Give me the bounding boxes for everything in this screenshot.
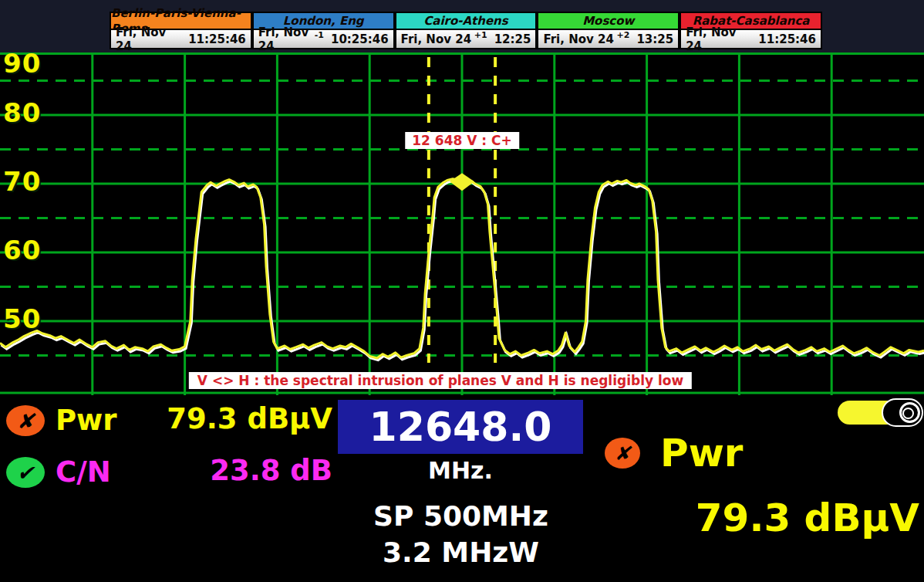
clock-city-label: Cairo-Athens (395, 12, 538, 30)
power-big-value: 79.3 dBµV (632, 496, 919, 540)
clock-panel-london-eng[interactable]: London, EngFri, Nov 24-110:25:46 (252, 12, 395, 49)
timezone-offset: +1 (474, 30, 487, 40)
frequency-value: 12648.0 (369, 404, 552, 450)
timezone-offset: -1 (315, 30, 324, 40)
clock-panel-cairo-athens[interactable]: Cairo-AthensFri, Nov 24+112:25 (395, 12, 538, 49)
clock-panel-berlin-paris-vienna-roma[interactable]: Berlin-Paris-Vienna-RomaFri, Nov 2411:25… (110, 12, 252, 49)
clock-time-row: Fri, Nov 2411:25:46 (110, 30, 252, 49)
measurement-label: C/N (56, 457, 111, 488)
measurement-value: 23.8 dB (135, 455, 332, 486)
spectrum-plot[interactable]: 9080706050 12 648 V : C+ V <> H : the sp… (0, 52, 924, 395)
y-axis-tick-label: 70 (3, 168, 41, 195)
toggle-knob-icon[interactable] (899, 402, 920, 423)
world-clock-bar: Berlin-Paris-Vienna-RomaFri, Nov 2411:25… (0, 0, 924, 52)
satellite-meter-screen: Berlin-Paris-Vienna-RomaFri, Nov 2411:25… (0, 0, 924, 582)
marker-diamond-icon[interactable] (450, 173, 474, 191)
clock-time-row: Fri, Nov 24+213:25 (537, 30, 680, 49)
y-axis-tick-label: 60 (3, 237, 41, 263)
measurement-value: 79.3 dBµV (135, 404, 332, 435)
clock-time-row: Fri, Nov 2411:25:46 (680, 30, 822, 49)
clock-panel-moscow[interactable]: MoscowFri, Nov 24+213:25 (537, 12, 680, 49)
readout-panel: ✘Pwr79.3 dBµV✔C/N23.8 dB 12648.0 MHz. SP… (0, 395, 924, 582)
toggle-track-end (882, 398, 923, 427)
span-readout: SP 500MHz (309, 500, 613, 532)
clock-time: 10:25:46 (331, 32, 389, 46)
clock-date: Fri, Nov 24 (258, 25, 315, 53)
measurement-label: Pwr (56, 405, 117, 436)
clock-date: Fri, Nov 24 (116, 25, 181, 53)
y-axis-tick-label: 50 (3, 306, 41, 332)
frequency-display[interactable]: 12648.0 (338, 400, 583, 454)
y-axis-tick-label: 80 (3, 100, 41, 126)
clock-panel-rabat-casablanca[interactable]: Rabat-CasablancaFri, Nov 2411:25:46 (680, 12, 822, 49)
clock-time: 13:25 (636, 32, 673, 46)
x-cross-icon: ✘ (6, 405, 45, 436)
power-toggle[interactable] (838, 401, 921, 425)
check-icon: ✔ (6, 457, 45, 488)
clock-city-label: Moscow (537, 12, 680, 30)
clock-time: 11:25:46 (758, 32, 816, 46)
frequency-unit: MHz. (338, 457, 583, 484)
clock-date: Fri, Nov 24 (686, 25, 751, 53)
world-clocks: Berlin-Paris-Vienna-RomaFri, Nov 2411:25… (110, 12, 822, 49)
clock-date: Fri, Nov 24 (543, 32, 613, 46)
power-big-label: Pwr (660, 431, 744, 475)
clock-time: 11:25:46 (188, 32, 246, 46)
marker-frequency-label: 12 648 V : C+ (405, 132, 519, 149)
clock-time: 12:25 (494, 32, 531, 46)
x-cross-icon: ✘ (605, 438, 640, 469)
clock-date: Fri, Nov 24 (401, 32, 471, 46)
clock-time-row: Fri, Nov 24+112:25 (395, 30, 538, 49)
y-axis-tick-label: 90 (3, 50, 41, 76)
timezone-offset: +2 (617, 30, 630, 40)
clock-time-row: Fri, Nov 24-110:25:46 (252, 30, 395, 49)
spectrum-svg (0, 52, 924, 395)
bandwidth-readout: 3.2 MHzW (309, 536, 613, 568)
polarization-note: V <> H : the spectral intrusion of plane… (189, 372, 692, 389)
